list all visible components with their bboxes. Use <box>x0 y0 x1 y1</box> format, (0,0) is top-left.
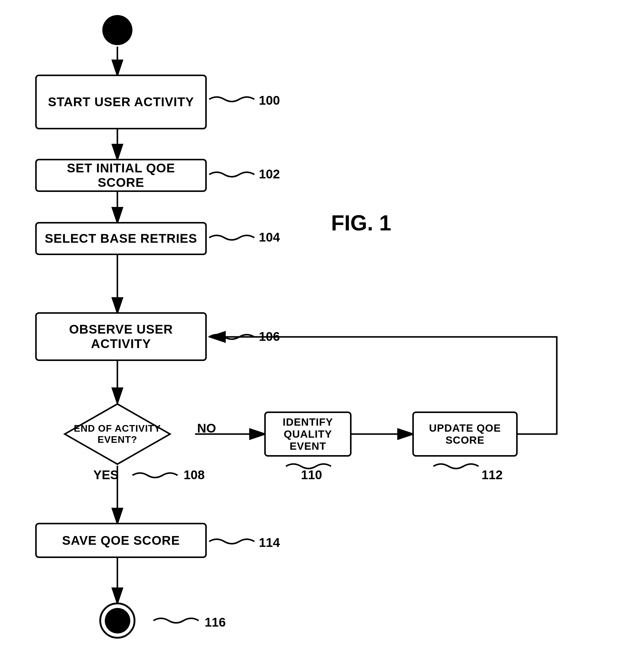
no-label: NO <box>197 421 216 435</box>
ref-100: 100 <box>259 93 280 108</box>
select-base-retries-label: SELECT BASE RETRIES <box>45 231 198 246</box>
set-initial-qoe-box: SET INITIAL QOE SCORE <box>35 159 207 192</box>
end-circle-inner <box>105 608 130 634</box>
save-qoe-score-label: SAVE QOE SCORE <box>62 533 180 548</box>
start-node <box>102 15 132 45</box>
start-user-activity-label: START USER ACTIVITY <box>48 95 194 109</box>
identify-quality-event-box: IDENTIFY QUALITY EVENT <box>264 411 352 457</box>
ref-112: 112 <box>481 468 503 482</box>
observe-user-activity-label: OBSERVE USER ACTIVITY <box>43 322 199 351</box>
ref-106: 106 <box>259 329 280 344</box>
end-of-activity-label: END OF ACTIVITY EVENT? <box>63 402 172 466</box>
observe-user-activity-box: OBSERVE USER ACTIVITY <box>35 312 207 361</box>
fig-label: FIG. 1 <box>331 211 391 235</box>
update-qoe-score-label: UPDATE QOE SCORE <box>420 422 510 446</box>
ref-114: 114 <box>259 536 280 550</box>
save-qoe-score-box: SAVE QOE SCORE <box>35 523 207 558</box>
ref-108: 108 <box>184 468 205 482</box>
ref-116: 116 <box>205 615 226 630</box>
set-initial-qoe-label: SET INITIAL QOE SCORE <box>43 161 199 190</box>
ref-110: 110 <box>301 468 322 482</box>
yes-label: YES <box>93 468 119 482</box>
end-node <box>99 603 136 639</box>
identify-quality-event-label: IDENTIFY QUALITY EVENT <box>272 416 344 452</box>
diagram-container: START USER ACTIVITY 100 SET INITIAL QOE … <box>0 0 623 672</box>
ref-104: 104 <box>259 230 280 245</box>
update-qoe-score-box: UPDATE QOE SCORE <box>412 411 518 457</box>
select-base-retries-box: SELECT BASE RETRIES <box>35 222 207 255</box>
ref-102: 102 <box>259 167 280 181</box>
start-user-activity-box: START USER ACTIVITY <box>35 74 207 129</box>
